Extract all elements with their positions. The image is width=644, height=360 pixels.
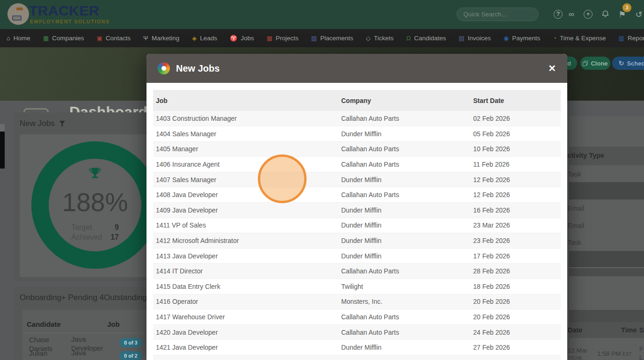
timezone-label: EST <box>622 352 631 357</box>
bell-icon[interactable] <box>600 9 610 20</box>
target-percent-value: 188% <box>31 187 159 217</box>
schedule-button[interactable]: ↻ Schedu <box>612 57 644 70</box>
help-icon[interactable]: ? <box>554 10 563 19</box>
activity-time-cell[interactable]: 1:58 PM EST <box>597 350 632 357</box>
activity-date-cell[interactable]: 12 Mar 2026 <box>568 346 592 360</box>
table-row[interactable]: 1417 Warehouse DriverCallahan Auto Parts… <box>153 309 561 325</box>
company-cell: Monsters, Inc. <box>338 294 470 309</box>
activity-partial-cell: F <box>639 345 643 353</box>
start-date-cell: 24 Feb 2026 <box>470 324 561 340</box>
brand-title: TRACKER <box>29 3 99 19</box>
link-icon[interactable]: ∞ <box>566 9 577 20</box>
new-jobs-widget-title: New Jobs <box>20 119 66 128</box>
nav-item-marketing[interactable]: ΨMarketing <box>143 35 179 42</box>
table-row[interactable]: 1403 Construction ManagerCallahan Auto P… <box>153 111 561 126</box>
table-row[interactable]: 1404 Sales ManagerDunder Mifflin05 Feb 2… <box>153 126 561 142</box>
activity-row[interactable]: Email <box>568 222 584 229</box>
nav-item-leads[interactable]: ◈Leads <box>192 35 217 42</box>
close-icon[interactable]: ✕ <box>548 64 556 73</box>
placements-icon: ▨ <box>311 35 317 42</box>
add-icon[interactable]: + <box>584 10 593 19</box>
table-row[interactable]: 1409 Java DeveloperDunder Mifflin16 Feb … <box>153 203 561 218</box>
col-header-job[interactable]: Job <box>153 90 338 111</box>
copy-icon <box>583 61 588 66</box>
nav-item-label: Jobs <box>241 35 254 42</box>
nav-item-projects[interactable]: ▩Projects <box>267 35 299 42</box>
tracker-logo-icon <box>7 3 29 25</box>
table-row[interactable]: 1406 Insurance AgentCallahan Auto Parts1… <box>153 157 561 172</box>
table-row[interactable]: 1421 Java DeveloperDunder Mifflin27 Feb … <box>153 340 561 355</box>
col-header-start-date[interactable]: Start Date <box>470 90 561 111</box>
quick-search-input[interactable] <box>456 7 539 21</box>
table-row[interactable]: 1416 OperatorMonsters, Inc.20 Feb 2026 <box>153 294 561 309</box>
logo-hat-shape <box>16 7 23 10</box>
table-row[interactable]: 1407 Sales ManagerDunder Mifflin12 Feb 2… <box>153 172 561 187</box>
company-cell: Callahan Auto Parts <box>338 141 470 157</box>
job-cell: 1413 Java Developer <box>153 248 338 264</box>
app-screen: TRACKER EMPLOYMENT SOLUTIONS ? ∞ + ⚑ ↺ 3… <box>0 0 644 360</box>
nav-item-companies[interactable]: ▦Companies <box>43 35 84 42</box>
start-date-cell: 17 Feb 2026 <box>470 248 561 264</box>
col-header-candidate: Candidate <box>27 320 61 328</box>
nav-item-home[interactable]: ⌂Home <box>7 35 30 42</box>
table-row[interactable]: 1415 Data Entry ClerkTwilight18 Feb 2026 <box>153 279 561 294</box>
activity-partial-cell: L <box>639 354 643 360</box>
companies-icon: ▦ <box>43 35 49 42</box>
company-cell: Dunder Mifflin <box>338 172 470 187</box>
job-cell: 1415 Data Entry Clerk <box>153 279 338 294</box>
left-edge-strip-cap <box>0 124 5 132</box>
nav-item-invoices[interactable]: ▤Invoices <box>459 35 491 42</box>
col-header-company[interactable]: Company <box>338 90 470 111</box>
projects-icon: ▩ <box>267 35 272 42</box>
progress-badge: 0 of 3 <box>119 338 142 347</box>
nav-item-label: Time & Expense <box>560 35 606 42</box>
nav-item-placements[interactable]: ▨Placements <box>311 35 353 42</box>
activity-row[interactable]: Task <box>568 170 581 178</box>
trophy-icon <box>88 167 102 181</box>
company-cell: Twilight <box>338 279 470 294</box>
nav-item-reporting[interactable]: ▥Reporting <box>619 35 644 42</box>
job-cell: 1420 Java Developer <box>153 324 338 340</box>
history-icon[interactable]: ↺ <box>634 9 644 20</box>
table-row[interactable]: 1420 Java DeveloperCallahan Auto Parts24… <box>153 324 561 340</box>
job-cell: 1408 Java Developer <box>153 187 338 203</box>
table-row[interactable]: 1413 Java DeveloperDunder Mifflin17 Feb … <box>153 248 561 264</box>
nav-item-label: Invoices <box>468 35 491 42</box>
start-date-cell: 27 Feb 2026 <box>470 340 561 355</box>
candidates-icon: Ω <box>406 35 411 42</box>
company-cell: Callahan Auto Parts <box>338 309 470 325</box>
job-cell: 1414 IT Director <box>153 264 338 279</box>
start-date-cell: 23 Feb 2026 <box>470 233 561 249</box>
nav-item-tickets[interactable]: ◇Tickets <box>366 35 394 42</box>
company-cell: Dunder Mifflin <box>338 126 470 142</box>
job-cell[interactable]: Java <box>71 348 114 357</box>
nav-item-label: Contacts <box>106 35 131 42</box>
table-row[interactable]: 1405 ManagerCallahan Auto Parts10 Feb 20… <box>153 141 561 157</box>
home-icon: ⌂ <box>7 35 10 42</box>
job-cell: 1412 Microsoft Administrator <box>153 233 338 249</box>
modal-title: New Jobs <box>176 63 220 74</box>
filter-icon[interactable] <box>59 120 66 127</box>
nav-item-contacts[interactable]: ▣Contacts <box>96 35 131 42</box>
start-date-cell: 11 Feb 2026 <box>470 157 561 172</box>
table-row[interactable]: 1408 Java DeveloperCallahan Auto Parts12… <box>153 187 561 203</box>
activity-row[interactable]: Task <box>568 239 581 246</box>
activity-subband <box>569 310 644 322</box>
job-cell: 1405 Manager <box>153 141 338 157</box>
nav-item-candidates[interactable]: ΩCandidates <box>406 35 446 42</box>
jobs-table: Job Company Start Date 1403 Construction… <box>153 90 561 355</box>
clone-button[interactable]: Clone <box>580 57 610 70</box>
modal-body: Job Company Start Date 1403 Construction… <box>146 83 567 360</box>
activity-row[interactable]: Email <box>568 205 584 212</box>
table-row[interactable]: 1412 Microsoft AdministratorDunder Miffl… <box>153 233 561 249</box>
table-row[interactable]: 1414 IT DirectorCallahan Auto Parts28 Fe… <box>153 264 561 279</box>
job-cell: 1409 Java Developer <box>153 203 338 218</box>
nav-item-payments[interactable]: ◉Payments <box>504 35 540 42</box>
candidate-cell[interactable]: Julian <box>29 349 66 358</box>
nav-item-label: Placements <box>320 35 353 42</box>
nav-item-time-expense[interactable]: ◔Time & Expense <box>553 35 606 42</box>
nav-item-jobs[interactable]: ♈Jobs <box>230 35 254 42</box>
table-row[interactable]: 1411 VP of SalesDunder Mifflin23 Mar 202… <box>153 218 561 233</box>
main-nav-bar: ⌂Home▦Companies▣ContactsΨMarketing◈Leads… <box>0 29 644 47</box>
top-header-bar: TRACKER EMPLOYMENT SOLUTIONS ? ∞ + ⚑ ↺ 3 <box>0 0 644 29</box>
